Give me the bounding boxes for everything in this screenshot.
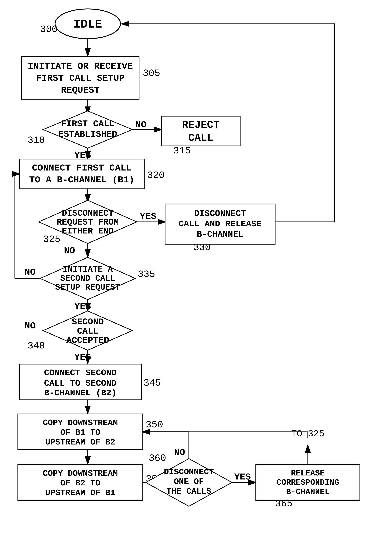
step355-l2: OF B2 TO (60, 478, 100, 488)
step335-l2: SECOND CALL (60, 274, 115, 283)
step360-l1: DISCONNECT (164, 467, 214, 477)
label-335: 335 (138, 269, 155, 280)
no-360: NO (174, 447, 185, 458)
step340-l2: CALL (77, 326, 98, 336)
step330-l3: B-CHANNEL (197, 230, 243, 239)
yes-340: YES (74, 352, 91, 362)
step335-l1: INITIATE A (63, 265, 113, 274)
step350-l3: UPSTREAM OF B2 (45, 438, 115, 447)
step305-l3: REQUEST (61, 85, 100, 95)
step330-l2: CALL AND RELEASE (179, 219, 262, 229)
step310-l2: ESTABLISHED (58, 129, 117, 139)
label-300: 300 (40, 24, 58, 35)
step355-l1: COPY DOWNSTREAM (43, 469, 118, 478)
label-315: 315 (173, 145, 191, 156)
label-365: 365 (275, 498, 293, 509)
step335-l3: SETUP REQUEST (55, 283, 120, 292)
label-320: 320 (147, 170, 165, 181)
step365-l3: B-CHANNEL (286, 487, 330, 496)
no-310: NO (135, 120, 146, 130)
step320-l2: TO A B-CHANNEL (B1) (29, 175, 134, 185)
step305-l2: FIRST CALL SETUP (36, 73, 125, 84)
step360-l2: ONE OF (174, 477, 204, 486)
step345-l2: CALL TO SECOND (44, 378, 116, 388)
step365-l1: RELEASE (291, 469, 325, 478)
label-305: 305 (143, 68, 160, 79)
idle-label: IDLE (73, 18, 102, 31)
step345-l3: B-CHANNEL (B2) (44, 388, 116, 398)
step340-l3: ACCEPTED (66, 335, 109, 346)
label-345: 345 (144, 378, 161, 389)
step340-l1: SECOND (72, 317, 104, 327)
label-330: 330 (193, 242, 211, 253)
step350-l2: OF B1 TO (60, 428, 100, 437)
no-325: NO (64, 245, 75, 256)
label-350: 350 (146, 419, 163, 430)
step305-l1: INITIATE OR RECEIVE (28, 61, 133, 72)
step315-l1: REJECT (182, 119, 219, 131)
label-360: 360 (149, 453, 166, 464)
step325-l3: EITHER END (62, 226, 114, 236)
label-340: 340 (28, 341, 45, 351)
yes-335: YES (74, 301, 91, 312)
step355-l3: UPSTREAM OF B1 (45, 488, 115, 498)
step365-l2: CORRESPONDING (277, 478, 339, 487)
no-340: NO (24, 321, 36, 331)
no-335: NO (24, 267, 36, 278)
step350-l1: COPY DOWNSTREAM (43, 418, 118, 428)
yes-360: YES (234, 472, 251, 482)
step310-l1: FIRST CALL (61, 119, 115, 129)
yes-325: YES (140, 211, 157, 222)
label-325: 325 (43, 234, 60, 245)
label-310: 310 (28, 135, 45, 146)
step325-l2: REQUEST FROM (57, 217, 119, 227)
step320-l1: CONNECT FIRST CALL (32, 163, 132, 173)
step315-l2: CALL (188, 132, 213, 144)
step330-l1: DISCONNECT (194, 209, 246, 218)
step360-l3: THE CALLS (166, 487, 211, 496)
step325-l1: DISCONNECT (62, 209, 114, 218)
step345-l1: CONNECT SECOND (44, 368, 116, 378)
